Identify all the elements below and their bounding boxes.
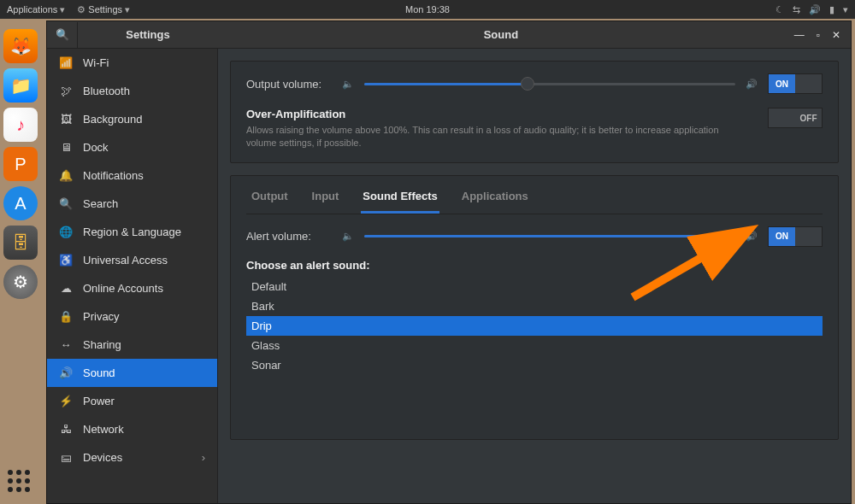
settings-window: 🔍 Settings Sound — ▫ ✕ 📶Wi-Fi🕊Bluetooth🖼… (46, 21, 852, 504)
applications-menu[interactable]: Applications ▾ (7, 4, 65, 15)
output-volume-switch[interactable]: ON (768, 73, 823, 94)
sidebar-item-universal-access[interactable]: ♿Universal Access (47, 246, 217, 274)
sidebar-icon: ⚡ (59, 395, 73, 407)
alert-sound-option[interactable]: Drip (246, 316, 823, 336)
chevron-right-icon: › (202, 451, 205, 464)
sidebar-item-label: Background (83, 113, 142, 126)
sidebar-icon: 📶 (59, 56, 73, 69)
sidebar-item-dock[interactable]: 🖥Dock (47, 133, 217, 161)
sidebar-icon: ↔ (59, 338, 73, 351)
alert-sound-option[interactable]: Default (246, 277, 823, 296)
search-icon: 🔍 (56, 28, 69, 41)
sidebar-item-bluetooth[interactable]: 🕊Bluetooth (47, 77, 217, 105)
sidebar-item-label: Universal Access (83, 254, 168, 267)
sidebar-item-label: Wi-Fi (83, 56, 109, 69)
alert-sound-option[interactable]: Sonar (246, 355, 823, 375)
sidebar-item-privacy[interactable]: 🔒Privacy (47, 302, 217, 331)
volume-icon[interactable]: 🔊 (809, 4, 821, 15)
sidebar-icon: 🔒 (59, 310, 73, 323)
settings-sidebar: 📶Wi-Fi🕊Bluetooth🖼Background🖥Dock🔔Notific… (47, 49, 218, 503)
sidebar-icon: ☁ (59, 282, 73, 295)
dock-firefox[interactable]: 🦊 (3, 29, 38, 63)
volume-high-icon: 🔊 (746, 79, 758, 90)
sidebar-icon: 🔊 (59, 366, 73, 379)
output-volume-slider[interactable] (364, 83, 735, 85)
sidebar-item-label: Sharing (83, 338, 121, 351)
sound-panel: Output volume: 🔈 🔊 ON Ove (218, 49, 851, 503)
output-volume-label: Output volume: (246, 78, 332, 91)
tab-sound-effects[interactable]: Sound Effects (361, 188, 439, 214)
settings-menu[interactable]: ⚙ Settings ▾ (77, 4, 130, 15)
sidebar-item-notifications[interactable]: 🔔Notifications (47, 161, 217, 190)
settings-small-icon: ⚙ (77, 4, 86, 15)
sidebar-icon: 🌐 (59, 226, 73, 238)
sidebar-icon: 🖴 (59, 451, 73, 464)
sidebar-item-label: Notifications (83, 169, 144, 182)
sidebar-icon: 🔍 (59, 197, 73, 210)
dock-music[interactable]: ♪ (3, 108, 38, 142)
tab-input[interactable]: Input (310, 188, 341, 214)
night-icon[interactable]: ☾ (775, 4, 784, 15)
sidebar-icon: ♿ (59, 254, 73, 267)
sidebar-item-region-language[interactable]: 🌐Region & Language (47, 218, 217, 246)
sidebar-item-sound[interactable]: 🔊Sound (47, 359, 217, 387)
network-icon[interactable]: ⇆ (793, 4, 800, 15)
sidebar-icon: 🖥 (59, 141, 73, 154)
overamp-title: Over-Amplification (246, 108, 752, 120)
sidebar-item-sharing[interactable]: ↔Sharing (47, 331, 217, 359)
sidebar-icon: 🕊 (59, 85, 73, 97)
dock-presentation[interactable]: P (3, 147, 38, 181)
sidebar-item-label: Bluetooth (83, 85, 130, 97)
sidebar-item-online-accounts[interactable]: ☁Online Accounts (47, 274, 217, 302)
clock[interactable]: Mon 19:38 (405, 4, 450, 15)
sidebar-item-power[interactable]: ⚡Power (47, 387, 217, 415)
dock-settings[interactable]: ⚙ (3, 265, 38, 299)
sidebar-icon: 🖼 (59, 113, 73, 126)
dock-software[interactable]: A (3, 186, 38, 220)
sound-effects-card: OutputInputSound EffectsApplications Ale… (230, 175, 839, 440)
alert-volume-label: Alert volume: (246, 230, 332, 243)
tab-applications[interactable]: Applications (460, 188, 530, 214)
sidebar-item-devices[interactable]: 🖴Devices› (47, 443, 217, 472)
sidebar-item-label: Sound (83, 366, 115, 379)
system-tray[interactable]: ☾ ⇆ 🔊 ▮ ▾ (775, 4, 848, 15)
sidebar-title: Settings (78, 28, 218, 41)
minimize-button[interactable]: — (794, 29, 805, 41)
alert-sound-option[interactable]: Glass (246, 336, 823, 355)
sidebar-item-label: Region & Language (83, 226, 181, 238)
tab-output[interactable]: Output (250, 188, 290, 214)
choose-alert-label: Choose an alert sound: (246, 259, 823, 272)
sidebar-item-search[interactable]: 🔍Search (47, 190, 217, 218)
sound-tabs: OutputInputSound EffectsApplications (246, 188, 823, 214)
top-panel: Applications ▾ ⚙ Settings ▾ Mon 19:38 ☾ … (0, 0, 855, 19)
dock-archive[interactable]: 🗄 (3, 226, 38, 260)
chevron-down-icon: ▾ (60, 4, 65, 15)
app-grid-button[interactable] (8, 470, 33, 495)
sidebar-item-label: Network (83, 423, 124, 436)
titlebar: 🔍 Settings Sound — ▫ ✕ (47, 21, 851, 49)
sidebar-item-network[interactable]: 🖧Network (47, 415, 217, 443)
sidebar-item-wi-fi[interactable]: 📶Wi-Fi (47, 49, 217, 77)
maximize-button[interactable]: ▫ (817, 29, 820, 41)
sidebar-item-label: Online Accounts (83, 282, 163, 295)
sidebar-item-background[interactable]: 🖼Background (47, 105, 217, 133)
sidebar-item-label: Devices (83, 451, 122, 464)
close-button[interactable]: ✕ (832, 29, 840, 41)
alert-sound-option[interactable]: Bark (246, 296, 823, 316)
sidebar-item-label: Dock (83, 141, 109, 154)
battery-icon[interactable]: ▮ (829, 4, 834, 15)
search-button[interactable]: 🔍 (47, 22, 78, 48)
dock-files[interactable]: 📁 (3, 68, 38, 103)
sidebar-item-label: Privacy (83, 310, 120, 323)
alert-volume-switch[interactable]: ON (768, 226, 823, 247)
alert-volume-slider[interactable] (364, 235, 735, 237)
volume-high-icon: 🔊 (746, 231, 758, 242)
sidebar-icon: 🔔 (59, 169, 73, 182)
sidebar-item-label: Search (83, 197, 118, 210)
overamp-description: Allows raising the volume above 100%. Th… (246, 124, 725, 150)
chevron-down-icon: ▾ (125, 4, 130, 15)
output-volume-card: Output volume: 🔈 🔊 ON Ove (230, 61, 839, 163)
dock: 🦊 📁 ♪ P A 🗄 ⚙ (3, 29, 41, 299)
overamp-switch[interactable]: OFF (768, 108, 823, 128)
volume-low-icon: 🔈 (342, 79, 354, 90)
